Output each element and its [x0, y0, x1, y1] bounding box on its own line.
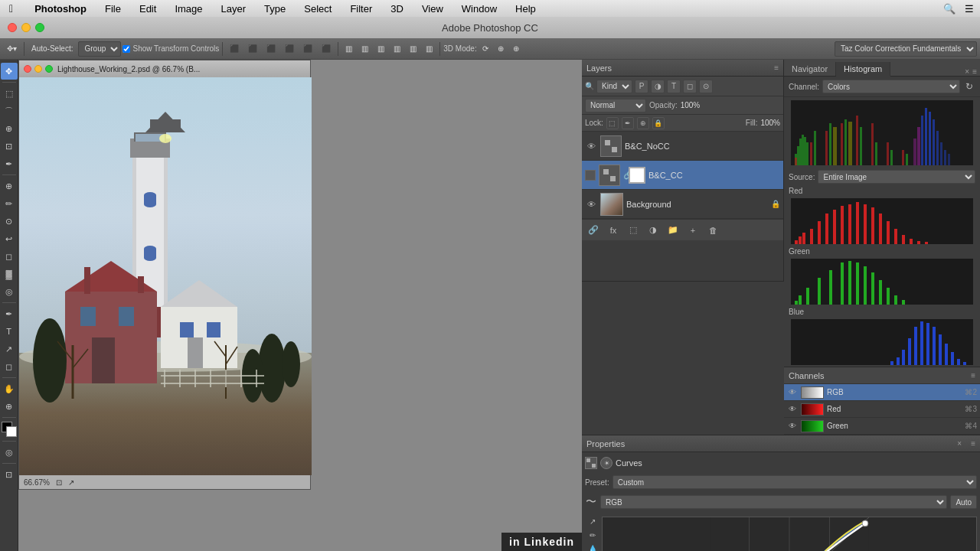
distribute-left-btn[interactable]: ▥: [341, 41, 356, 57]
align-bottom-btn[interactable]: ⬛: [318, 41, 335, 57]
history-brush-tool[interactable]: ↩: [1, 230, 18, 247]
curves-eyedrop-btn[interactable]: 💧: [586, 543, 599, 551]
3d-rotate-btn[interactable]: ⟳: [479, 41, 492, 57]
distribute-right-btn[interactable]: ▥: [374, 41, 388, 57]
align-right-btn[interactable]: ⬛: [263, 41, 279, 57]
lock-all-btn[interactable]: 🔒: [652, 117, 665, 129]
ch-vis-red[interactable]: 👁: [787, 404, 798, 415]
shape-tool[interactable]: ◻: [1, 358, 18, 375]
lasso-tool[interactable]: ⌒: [1, 103, 18, 119]
window-menu[interactable]: Window: [459, 3, 500, 15]
apple-menu[interactable]: : [6, 2, 16, 15]
lock-pixels-btn[interactable]: ⬚: [606, 117, 619, 129]
channel-red[interactable]: 👁 Red ⌘3: [784, 401, 980, 418]
layer-item-background[interactable]: 👁 Background 🔒: [582, 190, 783, 219]
align-middle-btn[interactable]: ⬛: [299, 41, 316, 57]
lock-artboard-btn[interactable]: ⊕: [637, 117, 649, 129]
properties-menu[interactable]: ≡: [971, 439, 975, 448]
layer-adjustment-btn[interactable]: ◑: [645, 222, 662, 239]
search-icon[interactable]: 🔍: [943, 3, 956, 15]
type-menu[interactable]: Type: [261, 3, 289, 15]
pen-tool[interactable]: ✒: [1, 305, 18, 322]
zoom-tool[interactable]: ⊕: [1, 398, 18, 415]
align-center-btn[interactable]: ⬛: [244, 41, 261, 57]
foreground-color[interactable]: [2, 422, 17, 437]
auto-button[interactable]: Auto: [950, 495, 977, 509]
text-tool[interactable]: T: [1, 323, 18, 340]
ch-vis-green[interactable]: 👁: [787, 421, 798, 432]
filter-text-btn[interactable]: T: [667, 80, 681, 93]
layer-mask-btn[interactable]: ⬚: [625, 222, 642, 239]
channels-menu-btn[interactable]: ≡: [971, 371, 975, 380]
fill-value[interactable]: 100%: [760, 119, 780, 127]
3d-menu[interactable]: 3D: [387, 3, 407, 15]
gradient-tool[interactable]: ▓: [1, 266, 18, 282]
spot-heal-tool[interactable]: ⊕: [1, 178, 18, 194]
doc-close[interactable]: [24, 65, 31, 73]
close-button[interactable]: [8, 23, 17, 32]
hist-refresh-btn[interactable]: ↻: [963, 80, 975, 93]
curves-pencil-btn[interactable]: ✏: [586, 529, 599, 541]
hist-channel-select[interactable]: Colors: [822, 80, 960, 93]
navigator-tab[interactable]: Navigator: [784, 62, 836, 76]
filter-smart-btn[interactable]: ⊙: [699, 80, 713, 93]
layer-item-bcnocc[interactable]: 👁 B&C_NoCC: [582, 132, 783, 161]
curves-graph[interactable]: [602, 517, 977, 551]
layer-item-bccc[interactable]: 🔗 B&C_CC: [582, 161, 783, 190]
dodge-tool[interactable]: ◎: [1, 283, 18, 300]
doc-info-icon[interactable]: ⊡: [56, 478, 62, 487]
screen-mode-btn[interactable]: ⊡: [1, 466, 18, 483]
maximize-button[interactable]: [35, 23, 44, 32]
image-menu[interactable]: Image: [172, 3, 205, 15]
filter-adj-btn[interactable]: ◑: [651, 80, 665, 93]
view-menu[interactable]: View: [419, 3, 446, 15]
minimize-button[interactable]: [21, 23, 31, 32]
preset-select[interactable]: Custom: [612, 475, 977, 489]
opacity-value[interactable]: 100%: [681, 101, 701, 109]
3d-pan-btn[interactable]: ⊕: [494, 41, 508, 57]
quick-mask-btn[interactable]: ◎: [1, 444, 18, 461]
filter-menu[interactable]: Filter: [347, 3, 375, 15]
ch-vis-rgb[interactable]: 👁: [787, 387, 798, 398]
channel-curves-icon[interactable]: 〜: [585, 496, 597, 508]
select-menu[interactable]: Select: [301, 3, 335, 15]
move-tool-btn[interactable]: ✥▾: [3, 41, 21, 57]
lock-position-btn[interactable]: ✒: [622, 117, 634, 129]
distribute-top-btn[interactable]: ▥: [390, 41, 404, 57]
marquee-tool[interactable]: ⬚: [1, 85, 18, 102]
hist-panel-close[interactable]: ×: [965, 67, 969, 76]
hand-tool[interactable]: ✋: [1, 380, 18, 397]
hist-panel-menu[interactable]: ≡: [972, 67, 977, 76]
curves-pointer-btn[interactable]: ↗: [586, 515, 599, 527]
brush-tool[interactable]: ✏: [1, 195, 18, 212]
3d-zoom-btn[interactable]: ⊕: [509, 41, 523, 57]
filter-pixel-btn[interactable]: P: [635, 80, 648, 93]
crop-tool[interactable]: ⊡: [1, 138, 18, 155]
doc-share-icon[interactable]: ↗: [68, 478, 74, 487]
blend-mode-select[interactable]: Normal: [585, 99, 646, 112]
distribute-middle-btn[interactable]: ▥: [406, 41, 420, 57]
doc-maximize[interactable]: [45, 65, 53, 73]
layer-vis-background[interactable]: 👁: [585, 198, 597, 210]
edit-menu[interactable]: Edit: [136, 3, 159, 15]
layer-vis-bcnocc[interactable]: 👁: [585, 140, 597, 152]
filter-type-select[interactable]: Kind: [596, 80, 632, 93]
auto-select-dropdown[interactable]: Group Layer: [78, 41, 121, 57]
hist-source-select[interactable]: Entire Image: [818, 170, 975, 184]
channel-rgb[interactable]: 👁 RGB ⌘2: [784, 384, 980, 401]
histogram-tab[interactable]: Histogram: [836, 62, 890, 77]
show-transform-checkbox[interactable]: [122, 45, 130, 53]
quick-select-tool[interactable]: ⊕: [1, 120, 18, 137]
layers-panel-menu[interactable]: ≡: [774, 64, 779, 72]
canvas-image[interactable]: [19, 77, 312, 475]
align-top-btn[interactable]: ⬛: [281, 41, 298, 57]
layer-new-btn[interactable]: +: [684, 222, 701, 239]
move-tool[interactable]: ✥: [1, 63, 18, 80]
eraser-tool[interactable]: ◻: [1, 248, 18, 265]
list-icon[interactable]: ☰: [965, 3, 974, 15]
layer-delete-btn[interactable]: 🗑: [704, 222, 721, 239]
layer-checkbox-bccc[interactable]: [585, 170, 596, 181]
help-menu[interactable]: Help: [512, 3, 539, 15]
doc-minimize[interactable]: [34, 65, 42, 73]
workspace-select[interactable]: Taz Color Correction Fundamentals: [835, 41, 977, 57]
